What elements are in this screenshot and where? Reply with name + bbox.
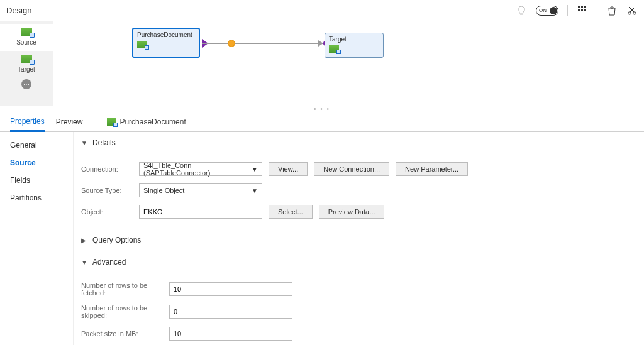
nav-partitions[interactable]: Partitions xyxy=(10,194,63,202)
select-button[interactable]: Select... xyxy=(269,205,313,219)
svg-rect-3 xyxy=(584,6,586,8)
select-source-type[interactable]: Single Object ▼ xyxy=(139,183,262,197)
topbar-actions: ON xyxy=(516,5,638,16)
palette: Source Target ⋯ xyxy=(0,21,53,106)
divider xyxy=(94,116,94,128)
label-connection: Connection: xyxy=(81,165,133,173)
trash-icon[interactable] xyxy=(606,5,618,16)
resize-handle[interactable]: • • • xyxy=(0,106,644,112)
node-label: Target xyxy=(325,33,383,43)
panel-body: General Source Fields Partitions ▼ Detai… xyxy=(0,132,644,345)
select-connection[interactable]: S4I_Tble_Conn (SAPTableConnector) ▼ xyxy=(139,162,262,176)
content-pane: ▼ Details Connection: S4I_Tble_Conn (SAP… xyxy=(73,132,644,345)
packet-size-input[interactable] xyxy=(169,327,292,341)
object-input[interactable] xyxy=(139,205,262,219)
preview-data-button[interactable]: Preview Data... xyxy=(319,205,385,219)
flow-canvas[interactable]: PurchaseDocument Target xyxy=(53,21,644,106)
section-title: Advanced xyxy=(92,258,126,266)
svg-line-9 xyxy=(630,7,635,12)
cut-icon[interactable] xyxy=(626,5,638,16)
rows-skipped-input[interactable] xyxy=(169,305,292,319)
svg-rect-6 xyxy=(584,9,586,11)
row-packet-size: Packet size in MB: xyxy=(81,323,644,344)
chevron-down-icon: ▼ xyxy=(81,140,87,146)
section-query-options: ▶ Query Options xyxy=(81,229,644,251)
label-rows-skipped: Number of rows to be skipped: xyxy=(81,304,163,319)
nav-fields[interactable]: Fields xyxy=(10,176,63,185)
tab-row: Properties Preview PurchaseDocument xyxy=(0,112,644,132)
palette-target[interactable]: Target xyxy=(0,51,53,78)
nav-source[interactable]: Source xyxy=(10,158,63,167)
chevron-right-icon: ▶ xyxy=(81,237,87,244)
side-nav: General Source Fields Partitions xyxy=(0,132,73,345)
palette-label: Target xyxy=(18,66,35,73)
view-button[interactable]: View... xyxy=(269,162,308,176)
row-rows-skipped: Number of rows to be skipped: xyxy=(81,300,644,323)
topbar: Design ON xyxy=(0,0,644,21)
row-connection: Connection: S4I_Tble_Conn (SAPTableConne… xyxy=(81,158,644,180)
select-value: Single Object xyxy=(143,187,184,194)
palette-label: Source xyxy=(16,39,36,46)
section-title: Details xyxy=(92,138,116,147)
label-packet-size: Packet size in MB: xyxy=(81,330,163,337)
nav-general[interactable]: General xyxy=(10,141,63,150)
svg-point-8 xyxy=(633,11,636,14)
label-object: Object: xyxy=(81,208,133,216)
input-port-icon[interactable] xyxy=(318,40,323,47)
rows-fetched-input[interactable] xyxy=(169,282,292,296)
page-title: Design xyxy=(6,6,31,15)
lightbulb-icon[interactable] xyxy=(516,5,527,16)
section-advanced: ▼ Advanced Number of rows to be fetched:… xyxy=(81,251,644,345)
divider xyxy=(597,5,597,16)
table-icon xyxy=(107,118,116,126)
section-header-query[interactable]: ▶ Query Options xyxy=(81,236,644,244)
svg-line-10 xyxy=(629,7,634,12)
svg-rect-4 xyxy=(578,9,580,11)
node-target[interactable]: Target xyxy=(325,33,384,58)
svg-rect-1 xyxy=(578,6,580,8)
select-value: S4I_Tble_Conn (SAPTableConnector) xyxy=(143,162,252,177)
table-icon xyxy=(137,41,147,48)
chevron-down-icon: ▼ xyxy=(252,166,258,173)
tab-properties[interactable]: Properties xyxy=(10,112,45,132)
svg-rect-2 xyxy=(581,6,583,8)
divider xyxy=(567,5,568,16)
node-label: PurchaseDocument xyxy=(133,29,199,38)
breadcrumb: PurchaseDocument xyxy=(107,118,186,126)
source-icon xyxy=(21,28,32,36)
row-rows-fetched: Number of rows to be fetched: xyxy=(81,278,644,300)
section-header-details[interactable]: ▼ Details xyxy=(81,138,644,147)
section-header-advanced[interactable]: ▼ Advanced xyxy=(81,258,644,266)
label-rows-fetched: Number of rows to be fetched: xyxy=(81,282,163,297)
row-source-type: Source Type: Single Object ▼ xyxy=(81,180,644,201)
section-details: ▼ Details Connection: S4I_Tble_Conn (SAP… xyxy=(81,132,644,229)
chevron-down-icon: ▼ xyxy=(252,187,258,194)
grid-icon[interactable] xyxy=(577,5,588,16)
palette-more-icon[interactable]: ⋯ xyxy=(21,79,31,89)
connector-line[interactable] xyxy=(202,43,325,44)
warning-icon[interactable] xyxy=(228,40,235,47)
breadcrumb-label: PurchaseDocument xyxy=(119,118,186,126)
node-source[interactable]: PurchaseDocument xyxy=(132,28,200,58)
target-icon xyxy=(21,55,32,63)
table-icon xyxy=(329,45,339,53)
new-parameter-button[interactable]: New Parameter... xyxy=(396,162,468,176)
toggle-switch[interactable]: ON xyxy=(536,6,558,16)
tab-preview[interactable]: Preview xyxy=(56,112,83,131)
svg-point-7 xyxy=(628,11,631,14)
svg-rect-5 xyxy=(581,9,583,11)
canvas-area: Source Target ⋯ PurchaseDocument Target xyxy=(0,21,644,106)
chevron-down-icon: ▼ xyxy=(81,259,87,266)
palette-source[interactable]: Source xyxy=(0,24,53,51)
new-connection-button[interactable]: New Connection... xyxy=(314,162,389,176)
section-title: Query Options xyxy=(92,236,141,244)
row-object: Object: Select... Preview Data... xyxy=(81,201,644,222)
label-source-type: Source Type: xyxy=(81,187,133,194)
